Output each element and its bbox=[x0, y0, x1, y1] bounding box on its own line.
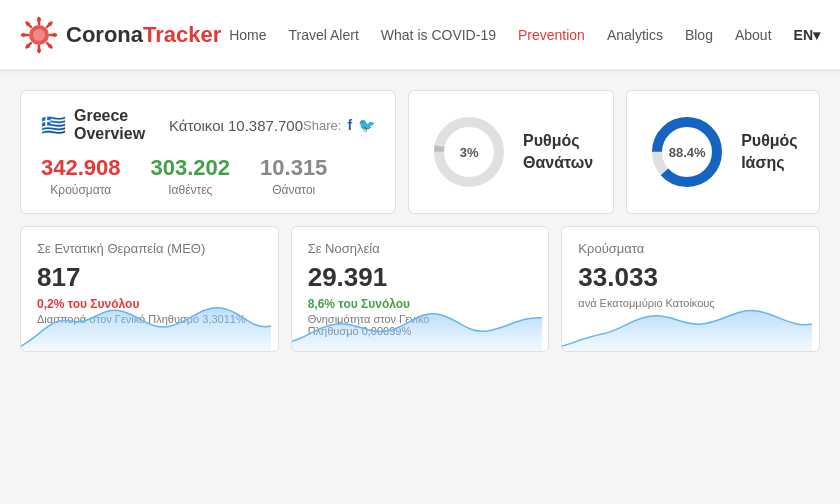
nav-travel-alert[interactable]: Travel Alert bbox=[289, 27, 359, 43]
donut-thanaton-percent: 3% bbox=[460, 145, 479, 160]
iathentes-value: 303.202 bbox=[151, 155, 231, 181]
svg-point-16 bbox=[48, 22, 52, 26]
stats-row: 🇬🇷 Greece Overview Κάτοικοι 10.387.700 S… bbox=[20, 90, 820, 214]
krosmata-bottom-chart bbox=[562, 296, 812, 351]
krosmata-value: 342.908 bbox=[41, 155, 121, 181]
nav-what-is-covid[interactable]: What is COVID-19 bbox=[381, 27, 496, 43]
meth-title: Σε Εντατική Θεραπεία (ΜΕΘ) bbox=[37, 241, 262, 256]
krosmata-stat: 342.908 Κρούσματα bbox=[41, 155, 121, 197]
donut-iasis-chart: 88.4% bbox=[647, 112, 727, 192]
stats-numbers: 342.908 Κρούσματα 303.202 Ιαθέντες 10.31… bbox=[41, 155, 375, 197]
thanatoi-stat: 10.315 Θάνατοι bbox=[260, 155, 327, 197]
donut-thanaton-title: Ρυθμός Θανάτων bbox=[523, 130, 593, 175]
nosileia-title: Σε Νοσηλεία bbox=[308, 241, 533, 256]
nav-prevention[interactable]: Prevention bbox=[518, 27, 585, 43]
svg-point-14 bbox=[26, 22, 30, 26]
svg-point-13 bbox=[53, 33, 57, 37]
krosmata-label: Κρούσματα bbox=[41, 183, 121, 197]
nav-language[interactable]: EN▾ bbox=[794, 27, 820, 43]
bottom-card-meth: Σε Εντατική Θεραπεία (ΜΕΘ) 817 0,2% του … bbox=[20, 226, 279, 352]
thanatoi-value: 10.315 bbox=[260, 155, 327, 181]
katoikoi-label: Κάτοικοι 10.387.700 bbox=[169, 117, 303, 134]
bottom-card-krosmata: Κρούσματα 33.033 ανά Εκατομμύριο Κατοίκο… bbox=[561, 226, 820, 352]
overview-card: 🇬🇷 Greece Overview Κάτοικοι 10.387.700 S… bbox=[20, 90, 396, 214]
donut-iasis-title: Ρυθμός Ιάσης bbox=[741, 130, 798, 175]
iathentes-label: Ιαθέντες bbox=[151, 183, 231, 197]
nav-analytics[interactable]: Analytics bbox=[607, 27, 663, 43]
overview-header: 🇬🇷 Greece Overview Κάτοικοι 10.387.700 S… bbox=[41, 107, 375, 143]
svg-point-11 bbox=[37, 48, 41, 52]
bottom-card-nosileia: Σε Νοσηλεία 29.391 8,6% του Συνόλου Θνησ… bbox=[291, 226, 550, 352]
donut-iasis-card: 88.4% Ρυθμός Ιάσης bbox=[626, 90, 820, 214]
krosmata-bottom-title: Κρούσματα bbox=[578, 241, 803, 256]
greece-flag-icon: 🇬🇷 bbox=[41, 113, 66, 137]
overview-title: Greece Overview bbox=[74, 107, 159, 143]
virus-icon bbox=[20, 16, 58, 54]
krosmata-bottom-value: 33.033 bbox=[578, 262, 803, 293]
share-label: Share: bbox=[303, 118, 341, 133]
donut-thanaton-card: 3% Ρυθμός Θανάτων bbox=[408, 90, 614, 214]
main-content: 🇬🇷 Greece Overview Κάτοικοι 10.387.700 S… bbox=[0, 70, 840, 372]
svg-point-12 bbox=[22, 33, 26, 37]
nosileia-chart bbox=[292, 296, 542, 351]
svg-point-17 bbox=[26, 44, 30, 48]
main-nav: Home Travel Alert What is COVID-19 Preve… bbox=[229, 27, 820, 43]
meth-value: 817 bbox=[37, 262, 262, 293]
nosileia-value: 29.391 bbox=[308, 262, 533, 293]
meth-chart bbox=[21, 296, 271, 351]
nav-about[interactable]: About bbox=[735, 27, 772, 43]
header: CoronaTracker Home Travel Alert What is … bbox=[0, 0, 840, 70]
svg-point-10 bbox=[37, 17, 41, 21]
nav-home[interactable]: Home bbox=[229, 27, 266, 43]
logo[interactable]: CoronaTracker bbox=[20, 16, 221, 54]
twitter-icon[interactable]: 🐦 bbox=[358, 117, 375, 133]
logo-tracker-text: Tracker bbox=[143, 22, 221, 47]
logo-corona-text: Corona bbox=[66, 22, 143, 47]
nav-blog[interactable]: Blog bbox=[685, 27, 713, 43]
facebook-icon[interactable]: f bbox=[347, 117, 352, 133]
svg-point-15 bbox=[48, 44, 52, 48]
thanatoi-label: Θάνατοι bbox=[260, 183, 327, 197]
share-area: Share: f 🐦 bbox=[303, 117, 375, 133]
donut-thanaton-chart: 3% bbox=[429, 112, 509, 192]
donut-iasis-percent: 88.4% bbox=[669, 145, 706, 160]
iathentes-stat: 303.202 Ιαθέντες bbox=[151, 155, 231, 197]
svg-point-1 bbox=[33, 29, 45, 41]
bottom-row: Σε Εντατική Θεραπεία (ΜΕΘ) 817 0,2% του … bbox=[20, 226, 820, 352]
